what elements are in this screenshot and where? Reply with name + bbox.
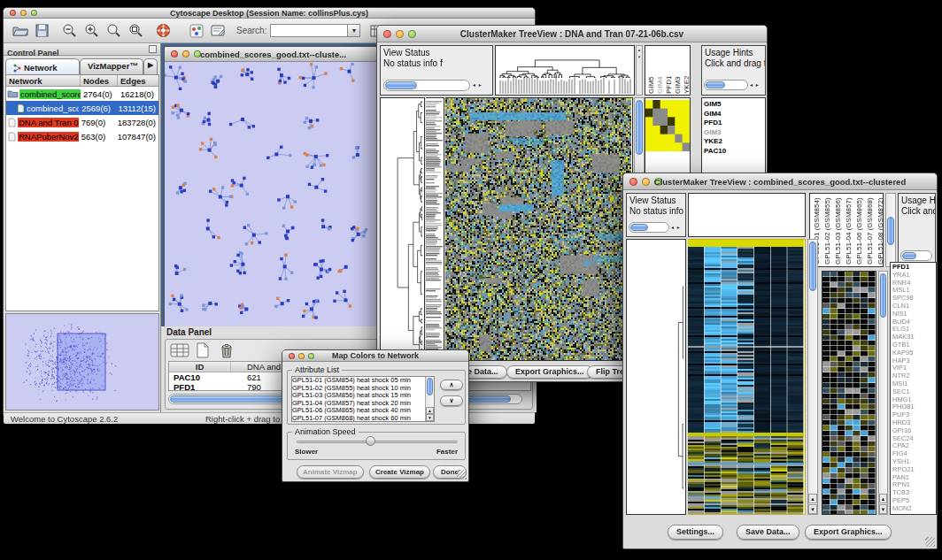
document-icon: [8, 132, 16, 142]
table-row[interactable]: DNA and Tran 07 769(0) 183728(0): [6, 115, 158, 129]
treeview2-title-bar[interactable]: ClusterMaker TreeView : combined_scores_…: [623, 173, 937, 190]
animation-speed-slider[interactable]: [297, 441, 458, 443]
resize-grip[interactable]: [457, 470, 467, 479]
gene-label[interactable]: PAC10: [702, 147, 765, 157]
zoom-in-icon[interactable]: [81, 20, 103, 41]
export-graphics-button[interactable]: Export Graphics...: [805, 525, 892, 540]
col-edges[interactable]: Edges: [118, 75, 158, 86]
slider-thumb[interactable]: [366, 436, 375, 446]
column-label[interactable]: PFD1: [665, 47, 674, 94]
column-label[interactable]: GPL51-03 (GSM856): [834, 196, 843, 265]
animation-speed-label: Animation Speed: [292, 427, 359, 436]
zoom-selected-icon[interactable]: [103, 20, 125, 41]
column-label[interactable]: YKE2: [683, 47, 691, 94]
main-window-title: Cytoscape Desktop (Session Name: collins…: [4, 8, 535, 19]
treeview1-column-dendrogram[interactable]: [495, 45, 635, 96]
gene-label[interactable]: GIM3: [702, 128, 765, 138]
save-data-button[interactable]: Save Data...: [737, 525, 799, 540]
treeview2-column-labels[interactable]: GPL51-01 (GSM854)GPL51-02 (GSM855)GPL51-…: [809, 193, 884, 267]
attribute-item[interactable]: GPL51-07 (GSM868) heat shock 60 min: [292, 415, 434, 423]
folder-icon: [7, 89, 19, 98]
treeview1-column-labels[interactable]: GIM5GIM4PFD1GIM3YKE2PAC10: [645, 45, 691, 96]
search-input[interactable]: [270, 24, 348, 37]
move-up-button[interactable]: ∧: [440, 380, 463, 390]
move-down-button[interactable]: ∨: [440, 395, 463, 406]
treeview2-gene-list: PFD1YRA1RNR4MSL1SPC98CLN1NIS1BUD4ELG1MAK…: [890, 262, 937, 515]
help-icon[interactable]: [152, 20, 174, 41]
treeview1-view-status: View Status No status info f ◂ ▸: [380, 45, 493, 96]
birdseye-view[interactable]: [5, 313, 159, 410]
slower-label: Slower: [295, 448, 318, 456]
column-label[interactable]: GIM3: [674, 47, 683, 94]
network-window-1-title-bar[interactable]: combined_scores_good.txt--cluste...: [165, 47, 382, 62]
column-label[interactable]: GPL51-07 (GSM868): [866, 196, 875, 265]
tab-vizmapper[interactable]: VizMapper™: [80, 58, 143, 74]
main-title-bar[interactable]: Cytoscape Desktop (Session Name: collins…: [4, 8, 535, 19]
open-icon[interactable]: [9, 20, 31, 41]
gene-label[interactable]: YKE2: [702, 137, 765, 147]
view-status-hscrollbar[interactable]: [629, 222, 669, 233]
usage-hints-hscrollbar[interactable]: [900, 250, 932, 261]
column-label[interactable]: GPL51-02 (GSM855): [823, 196, 832, 265]
gene-label[interactable]: MON2: [891, 505, 936, 513]
treeview2-summary-vscrollbar[interactable]: ▲ ▼: [878, 271, 888, 515]
network-window-1: combined_scores_good.txt--cluste...: [164, 46, 382, 331]
dialog-title-bar[interactable]: Map Colors to Network: [282, 350, 468, 362]
gene-label[interactable]: PFD1: [702, 119, 765, 128]
column-label[interactable]: GPL51-06 (GSM865): [855, 196, 864, 265]
data-panel-label: Data Panel: [166, 327, 212, 337]
treeview2-usage-hints: Usage Hints Click and drag to: [898, 193, 936, 265]
treeview2-vscrollbar[interactable]: ▲ ▼: [807, 239, 818, 515]
control-panel-title: Control Panel: [4, 49, 59, 58]
column-label[interactable]: GIM4: [656, 47, 665, 94]
pane-splitter[interactable]: ▴▾: [636, 45, 643, 96]
treeview2-row-dendrogram[interactable]: [626, 239, 686, 515]
gene-label[interactable]: GIM4: [702, 110, 765, 119]
node-tools-icon[interactable]: [185, 20, 207, 41]
gene-label[interactable]: GIM5: [702, 100, 765, 110]
table-row[interactable]: combined_scores 2764(0) 16218(0): [6, 87, 158, 101]
annotation-icon[interactable]: [207, 20, 229, 41]
usage-hints-hscrollbar[interactable]: [704, 80, 748, 90]
network-graph-view[interactable]: [165, 63, 382, 330]
export-graphics-button[interactable]: Export Graphics...: [506, 365, 593, 379]
resize-grip[interactable]: [925, 537, 935, 547]
treeview2-labels-vscrollbar[interactable]: [885, 193, 896, 267]
column-label[interactable]: GPL51-04 (GSM857): [845, 196, 853, 265]
settings-button[interactable]: Settings...: [668, 525, 723, 540]
tab-network[interactable]: Network: [5, 58, 80, 74]
treeview2-heatmap[interactable]: [688, 239, 806, 515]
save-icon[interactable]: [31, 20, 53, 41]
treeview2-column-dendrogram[interactable]: [688, 193, 806, 237]
table-icon[interactable]: [170, 342, 189, 362]
treeview2-summary-heatmap[interactable]: [822, 271, 876, 515]
search-dropdown-button[interactable]: ▼: [348, 24, 360, 37]
treeview1-heatmap[interactable]: [445, 97, 633, 361]
map-colors-dialog: Map Colors to Network Attribute List GPL…: [282, 349, 469, 482]
treeview1-row-strips: [426, 97, 444, 361]
status-left: Welcome to Cytoscape 2.6.2: [11, 413, 118, 425]
col-nodes[interactable]: Nodes: [81, 75, 118, 86]
column-label[interactable]: GIM5: [647, 47, 656, 94]
new-document-icon[interactable]: [195, 341, 211, 363]
zoom-fit-icon[interactable]: [125, 20, 147, 41]
attribute-list-vscrollbar[interactable]: ▲ ▼: [425, 377, 434, 421]
col-network[interactable]: Network: [6, 75, 81, 86]
treeview1-title-bar[interactable]: ClusterMaker TreeView : DNA and Tran 07-…: [377, 26, 767, 42]
data-col-id[interactable]: ID: [169, 362, 231, 372]
table-row[interactable]: RNAPuberNov2+I 563(0) 107847(0): [6, 129, 158, 143]
treeview1-title: ClusterMaker TreeView : DNA and Tran 07-…: [377, 26, 767, 42]
table-row-selected[interactable]: combined_sco 2569(6) 13112(15): [6, 101, 158, 115]
attribute-list: GPL51-01 (GSM854) heat shock 05 minGPL51…: [291, 376, 435, 422]
view-status-hscrollbar[interactable]: [383, 80, 470, 91]
treeview1-row-dendrogram[interactable]: [380, 97, 425, 361]
column-label[interactable]: GPL51-08 (GSM872): [876, 196, 884, 265]
zoom-out-icon[interactable]: [58, 20, 81, 41]
float-panel-icon[interactable]: [149, 45, 157, 53]
treeview1-usage-hints: Usage Hints Click and drag to ◂ ▸: [701, 45, 766, 96]
trash-icon[interactable]: [219, 341, 235, 363]
create-vizmap-button[interactable]: Create Vizmap: [369, 465, 430, 479]
tab-overflow[interactable]: ▶: [143, 58, 158, 74]
animate-vizmap-button[interactable]: Animate Vizmap: [297, 465, 364, 479]
search-label: Search:: [236, 26, 266, 35]
